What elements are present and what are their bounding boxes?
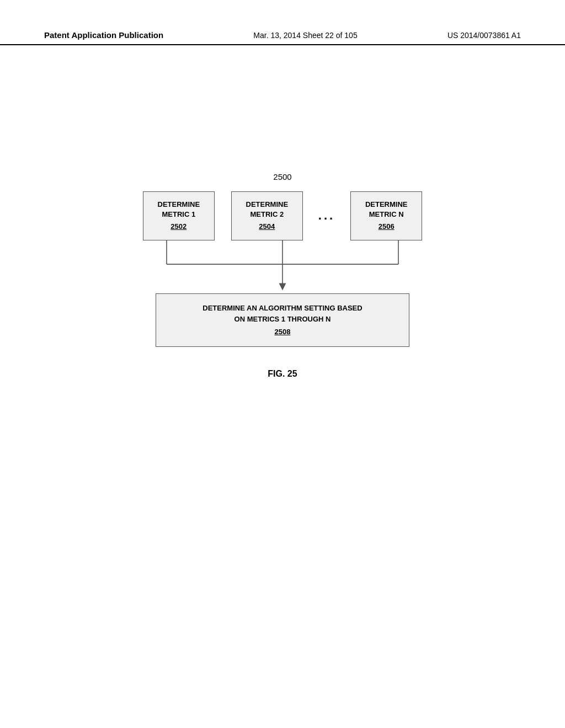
- flow-box-2504: DETERMINE METRIC 2 2504: [231, 191, 303, 240]
- box-2504-ref: 2504: [242, 222, 292, 232]
- box-2502-line1: DETERMINE: [158, 200, 200, 208]
- ellipsis-separator: ...: [318, 210, 335, 222]
- flow-box-2506: DETERMINE METRIC N 2506: [350, 191, 422, 240]
- box-2502-line2: METRIC 1: [162, 210, 195, 218]
- connector-svg: [128, 240, 437, 294]
- box-2508-ref: 2508: [169, 326, 396, 338]
- svg-marker-5: [279, 283, 286, 290]
- box-2508-line1: DETERMINE AN ALGORITHM SETTING BASED: [202, 304, 362, 312]
- diagram-area: 2500 DETERMINE METRIC 1 2502 DETERMINE M…: [0, 172, 565, 379]
- box-2502-ref: 2502: [153, 222, 204, 232]
- flow-box-2508: DETERMINE AN ALGORITHM SETTING BASED ON …: [156, 293, 409, 347]
- top-boxes-row: DETERMINE METRIC 1 2502 DETERMINE METRIC…: [143, 191, 422, 240]
- page-header: Patent Application Publication Mar. 13, …: [0, 0, 565, 45]
- box-2506-line2: METRIC N: [369, 210, 404, 218]
- box-2506-line1: DETERMINE: [365, 200, 408, 208]
- page-container: Patent Application Publication Mar. 13, …: [0, 0, 565, 728]
- box-2504-line2: METRIC 2: [250, 210, 284, 218]
- figure-label: FIG. 25: [268, 369, 297, 379]
- header-date-sheet: Mar. 13, 2014 Sheet 22 of 105: [253, 31, 357, 40]
- box-2504-line1: DETERMINE: [246, 200, 289, 208]
- flow-box-2502: DETERMINE METRIC 1 2502: [143, 191, 215, 240]
- box-2506-ref: 2506: [361, 222, 412, 232]
- header-patent-number: US 2014/0073861 A1: [447, 31, 521, 40]
- diagram-number-label: 2500: [273, 172, 291, 181]
- box-2508-line2: ON METRICS 1 THROUGH N: [234, 315, 331, 323]
- connector-section: [128, 240, 437, 294]
- header-publication-label: Patent Application Publication: [44, 30, 163, 40]
